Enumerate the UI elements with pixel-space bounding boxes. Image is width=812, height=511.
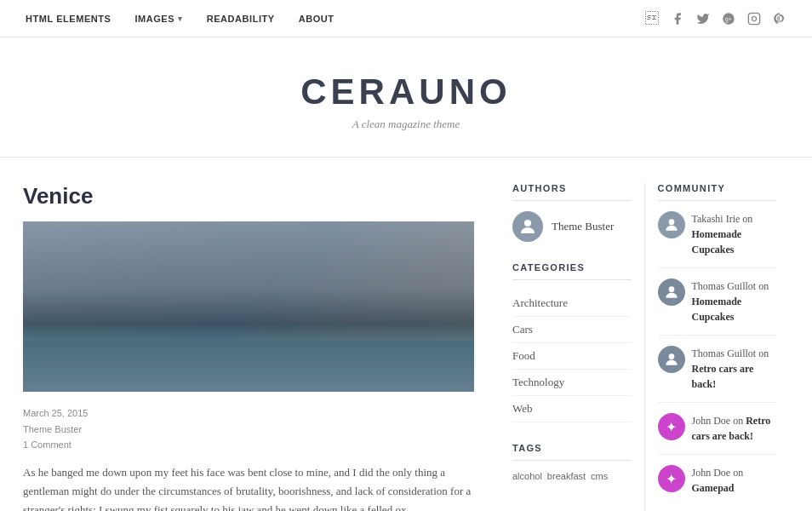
community-link[interactable]: Homemade Cupcakes	[692, 296, 742, 323]
nav-item-html-elements[interactable]: HTML ELEMENTS	[26, 14, 111, 24]
community-text: Takashi Irie on Homemade Cupcakes	[692, 211, 777, 257]
svg-point-6	[668, 286, 674, 292]
community-avatar	[658, 278, 685, 306]
nav-left: HTML ELEMENTS IMAGES ▾ READABILITY ABOUT	[26, 14, 335, 24]
sidebar-col-left: AUTHORS Theme Buster CATEGORIES Architec…	[500, 183, 645, 511]
chevron-down-icon: ▾	[178, 14, 183, 23]
community-avatar	[658, 346, 685, 373]
authors-title: AUTHORS	[512, 183, 632, 201]
pinterest-icon[interactable]	[773, 12, 786, 26]
community-avatar: ✦	[658, 465, 685, 492]
post-comments: 1 Comment	[23, 437, 474, 453]
category-web[interactable]: Web	[512, 396, 632, 422]
svg-rect-2	[748, 13, 759, 24]
instagram-icon[interactable]	[747, 12, 761, 26]
community-link[interactable]: Gamepad	[692, 482, 735, 494]
svg-point-7	[668, 353, 674, 359]
svg-point-4	[524, 220, 531, 227]
authors-section: AUTHORS Theme Buster	[512, 183, 632, 242]
svg-text:g+: g+	[725, 15, 732, 22]
community-text: John Doe on Gamepad	[692, 465, 777, 496]
tag-breakfast[interactable]: breakfast	[547, 471, 586, 481]
community-item: ✦ John Doe on Retro cars are back!	[658, 413, 777, 455]
nav-item-about[interactable]: ABOUT	[299, 14, 335, 24]
community-title: COMMUNITY	[658, 183, 777, 201]
community-item: Takashi Irie on Homemade Cupcakes	[658, 211, 777, 268]
categories-title: CATEGORIES	[512, 262, 632, 280]
community-text: John Doe on Retro cars are back!	[692, 413, 777, 444]
community-link[interactable]: Retro cars are back!	[692, 363, 754, 390]
category-cars[interactable]: Cars	[512, 317, 632, 343]
site-title: CERAUNO	[17, 72, 795, 112]
community-text: Thomas Guillot on Homemade Cupcakes	[692, 278, 777, 324]
community-item: ✦ John Doe on Gamepad	[658, 465, 777, 506]
post-date: March 25, 2015	[23, 405, 474, 422]
community-avatar: ✦	[658, 413, 685, 440]
author-avatar	[512, 211, 543, 242]
community-item: Thomas Guillot on Retro cars are back!	[658, 346, 777, 403]
main-container: Venice March 25, 2015 Theme Buster 1 Com…	[6, 158, 806, 511]
community-link[interactable]: Homemade Cupcakes	[692, 228, 742, 256]
category-architecture[interactable]: Architecture	[512, 290, 632, 317]
post-author: Theme Buster	[23, 422, 474, 438]
author-item: Theme Buster	[512, 211, 632, 242]
author-name[interactable]: Theme Buster	[552, 220, 614, 233]
categories-section: CATEGORIES Architecture Cars Food Techno…	[512, 262, 632, 422]
nav-item-readability[interactable]: READABILITY	[207, 14, 275, 24]
site-subtitle: A clean magazine theme	[17, 118, 795, 131]
tag-alcohol[interactable]: alcohol	[512, 471, 542, 481]
tags-section: TAGS alcohol breakfast cms	[512, 443, 632, 481]
tags-title: TAGS	[512, 443, 632, 461]
community-avatar	[658, 211, 685, 238]
main-nav: HTML ELEMENTS IMAGES ▾ READABILITY ABOUT…	[0, 0, 812, 37]
post-meta: March 25, 2015 Theme Buster 1 Comment	[23, 405, 474, 453]
community-item: Thomas Guillot on Homemade Cupcakes	[658, 278, 777, 336]
category-technology[interactable]: Technology	[512, 370, 632, 396]
twitter-icon[interactable]	[696, 12, 710, 26]
facebook-icon[interactable]: 	[645, 11, 659, 26]
facebook-icon[interactable]	[671, 12, 684, 26]
tag-list: alcohol breakfast cms	[512, 471, 632, 481]
nav-social-icons:  g+	[645, 11, 786, 26]
category-food[interactable]: Food	[512, 343, 632, 370]
post-excerpt: As he banged me down upon my feet his fa…	[23, 463, 474, 511]
community-section: COMMUNITY Takashi Irie on Homemade Cupca…	[658, 183, 777, 506]
tag-cms[interactable]: cms	[591, 471, 608, 481]
nav-item-images[interactable]: IMAGES ▾	[134, 14, 182, 24]
post-title: Venice	[23, 183, 474, 210]
google-plus-icon[interactable]: g+	[722, 12, 735, 26]
community-text: Thomas Guillot on Retro cars are back!	[692, 346, 777, 392]
content-area: Venice March 25, 2015 Theme Buster 1 Com…	[23, 183, 500, 511]
sidebar: AUTHORS Theme Buster CATEGORIES Architec…	[500, 183, 789, 511]
site-header: CERAUNO A clean magazine theme	[0, 37, 812, 158]
sidebar-col-right: COMMUNITY Takashi Irie on Homemade Cupca…	[645, 183, 790, 511]
post-image	[23, 221, 474, 392]
svg-point-5	[668, 219, 674, 225]
